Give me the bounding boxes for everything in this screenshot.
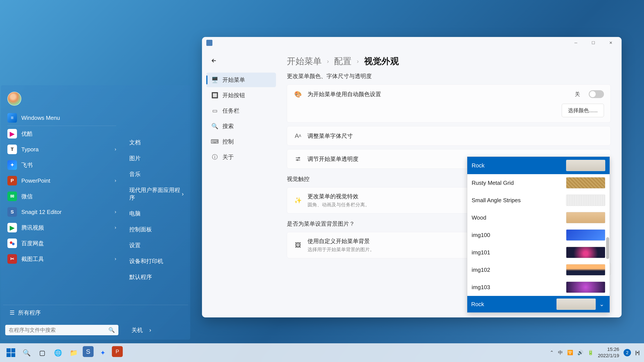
taskbar-edge[interactable]: 🌐 (51, 346, 64, 359)
youku-icon: ▶ (8, 129, 17, 138)
palette-icon: 🎨 (294, 90, 302, 98)
link-pictures[interactable]: 图片 (127, 152, 186, 165)
app-baidu-pan[interactable]: 百度网盘 (3, 236, 120, 251)
row-subtitle: 圆角、动画及与任务栏分离。 (308, 202, 370, 208)
tray-app-icon[interactable]: |•| (635, 350, 640, 356)
sidebar-item-about[interactable]: ⓘ 关于 (206, 150, 276, 164)
dropdown-option-img102[interactable]: img102 (467, 261, 610, 279)
link-devices-printers[interactable]: 设备和打印机 (127, 255, 186, 268)
chevron-down-icon: ⌄ (598, 301, 606, 308)
chevron-right-icon[interactable]: › (149, 327, 151, 334)
app-snagit[interactable]: S Snagit 12 Editor › (3, 204, 120, 220)
row-subtitle: 选择用于开始菜单背景的图片。 (308, 246, 374, 253)
taskbar-icon: ▭ (212, 108, 218, 114)
taskbar-search[interactable]: 🔍 (20, 346, 33, 359)
dropdown-option-img103[interactable]: img103 (467, 279, 610, 296)
texture-thumbnail (566, 195, 605, 206)
snipping-tool-icon: ✂ (8, 254, 17, 264)
volume-icon[interactable]: 🔊 (578, 350, 583, 356)
clock[interactable]: 15:26 2022/1/19 (598, 346, 619, 359)
link-modern-ui-apps[interactable]: 现代用户界面应用程序› (127, 184, 186, 204)
feishu-icon: ✦ (8, 160, 17, 170)
ime-indicator[interactable]: 中 (558, 350, 563, 356)
texture-thumbnail (566, 229, 605, 241)
app-youku[interactable]: ▶ 优酷 (3, 126, 120, 142)
start-menu-left-column: ≡ Windows Menu ▶ 优酷 T Typora › ✦ 飞书 P Po… (1, 85, 123, 305)
scrollbar-thumb[interactable] (606, 237, 609, 259)
info-icon: ⓘ (212, 154, 218, 160)
battery-icon[interactable]: 🔋 (588, 350, 594, 356)
minimize-button[interactable]: ─ (567, 37, 584, 49)
breadcrumb-item[interactable]: 配置 (334, 55, 352, 67)
snagit-icon: S (8, 207, 17, 217)
chevron-right-icon: › (327, 58, 329, 65)
link-music[interactable]: 音乐 (127, 168, 186, 181)
wifi-icon[interactable]: 🛜 (567, 350, 573, 356)
sliders-icon (294, 155, 302, 163)
dropdown-option-rusty-metal[interactable]: Rusty Metal Grid (467, 174, 610, 192)
texture-thumbnail (566, 264, 605, 276)
chevron-right-icon: › (115, 209, 116, 215)
sidebar-item-search[interactable]: 🔍 搜索 (206, 119, 276, 133)
taskbar-feishu[interactable]: ✦ (96, 346, 109, 359)
breadcrumb-item[interactable]: 开始菜单 (287, 55, 322, 67)
all-programs[interactable]: ☰ 所有程序 (3, 305, 188, 321)
start-menu-icon: 🖥️ (212, 77, 218, 83)
back-button[interactable] (208, 55, 220, 66)
app-tencent-video[interactable]: ▶ 腾讯视频 › (3, 220, 120, 236)
keyboard-icon: ⌨ (212, 138, 218, 145)
sidebar-item-start-button[interactable]: 🔲 开始按钮 (206, 88, 276, 103)
app-snipping-tool[interactable]: ✂ 截图工具 › (3, 251, 120, 267)
choose-color-button[interactable]: 选择颜色...... (562, 104, 604, 117)
row-title: 更改菜单的视觉特效 (308, 193, 370, 200)
sidebar-item-control[interactable]: ⌨ 控制 (206, 134, 276, 149)
chevron-right-icon: › (357, 58, 359, 65)
taskbar-powerpoint[interactable]: P (112, 346, 123, 357)
link-default-programs[interactable]: 默认程序 (127, 271, 186, 284)
link-control-panel[interactable]: 控制面板 (127, 223, 186, 236)
search-box[interactable]: 🔍 (5, 325, 118, 335)
start-button[interactable] (4, 346, 18, 359)
user-avatar[interactable] (8, 92, 21, 106)
dropdown-option-wood[interactable]: Wood (467, 209, 610, 226)
titlebar: ─ ☐ ✕ (202, 37, 622, 49)
link-settings[interactable]: 设置 (127, 239, 186, 252)
svg-point-0 (10, 241, 12, 244)
app-feishu[interactable]: ✦ 飞书 (3, 157, 120, 173)
dropdown-option-stripes[interactable]: Small Angle Stripes (467, 192, 610, 209)
app-typora[interactable]: T Typora › (3, 142, 120, 157)
chevron-right-icon: › (115, 147, 116, 152)
sidebar-item-start-menu[interactable]: 🖥️ 开始菜单 (206, 73, 276, 87)
notification-badge[interactable]: 2 (624, 349, 631, 356)
svg-point-2 (298, 157, 300, 158)
taskbar-explorer[interactable]: 📁 (67, 346, 80, 359)
link-documents[interactable]: 文档 (127, 136, 186, 149)
taskbar-snagit[interactable]: S (83, 346, 94, 357)
texture-thumbnail (566, 177, 605, 189)
sidebar-item-taskbar[interactable]: ▭ 任务栏 (206, 103, 276, 118)
app-wechat[interactable]: ✉ 微信 (3, 189, 120, 204)
tray-overflow-icon[interactable]: ⌃ (550, 350, 554, 356)
app-label: 优酷 (21, 130, 33, 138)
dropdown-option-rock[interactable]: Rock (467, 157, 610, 174)
search-input[interactable] (9, 327, 108, 333)
dropdown-option-img101[interactable]: img101 (467, 244, 610, 261)
typora-icon: T (8, 145, 17, 154)
texture-thumbnail (566, 160, 605, 171)
app-windows-menu[interactable]: ≡ Windows Menu (3, 110, 120, 126)
dropdown-list[interactable]: Rock Rusty Metal Grid Small Angle Stripe… (467, 157, 610, 296)
shutdown-button[interactable]: 关机 › (132, 326, 151, 334)
dropdown-selected[interactable]: Rock ⌄ (467, 296, 610, 313)
texture-thumbnail (556, 299, 596, 310)
maximize-button[interactable]: ☐ (584, 37, 602, 49)
app-powerpoint[interactable]: P PowerPoint › (3, 173, 120, 189)
close-button[interactable]: ✕ (602, 37, 620, 49)
auto-color-toggle[interactable] (589, 90, 604, 98)
svg-point-1 (12, 243, 14, 245)
dropdown-option-img100[interactable]: img100 (467, 226, 610, 244)
link-computer[interactable]: 电脑 (127, 207, 186, 220)
task-view[interactable]: ▢ (36, 346, 49, 359)
row-title: 为开始菜单使用自动颜色设置 (308, 90, 381, 98)
search-icon: 🔍 (108, 327, 115, 333)
font-size-card[interactable]: AA 调整菜单字体尺寸 (287, 126, 611, 146)
